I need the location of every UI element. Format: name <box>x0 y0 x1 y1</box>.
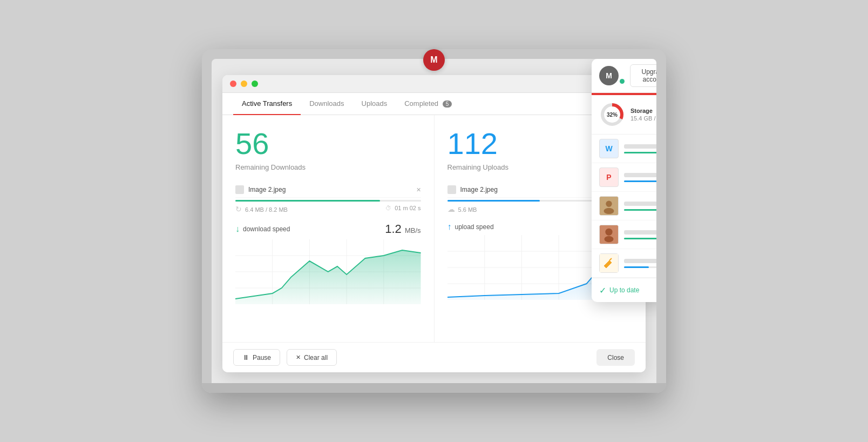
upload-size: ☁ 5.6 MB <box>447 205 477 213</box>
download-time: ⏱ 01 m 02 s <box>385 205 421 213</box>
maximize-button[interactable] <box>252 81 258 87</box>
completed-badge: 5 <box>443 101 452 108</box>
file-name-bar <box>624 230 656 235</box>
file-name-bar <box>624 202 656 206</box>
file-thumb-p: P <box>599 168 619 187</box>
speed-unit: MB/s <box>405 226 421 235</box>
tab-downloads[interactable]: Downloads <box>301 93 352 115</box>
downloads-label: Remaining Downloads <box>235 163 421 171</box>
online-status-dot <box>620 79 625 84</box>
file-content-5 <box>624 259 656 268</box>
list-item: ↑ <box>592 249 656 278</box>
file-name-bar <box>624 259 656 263</box>
file-content-4 <box>624 230 656 239</box>
user-avatar: M <box>599 66 619 85</box>
mega-header: M Upgrade account 📁 ↑ ↓ ⋮ <box>592 59 656 93</box>
file-progress-bar <box>624 238 656 239</box>
file-progress-fill <box>624 238 656 239</box>
close-popup-button[interactable]: Close <box>596 349 635 366</box>
storage-section: 32% Storage 15.4 GB / 50 GB 32% <box>592 95 656 135</box>
file-name-bar <box>624 173 656 177</box>
download-speed-value: 1.2 MB/s <box>385 222 421 236</box>
upgrade-button[interactable]: Upgrade account <box>630 64 656 87</box>
svg-point-20 <box>604 208 614 214</box>
file-progress-fill <box>624 180 656 182</box>
file-thumb-w: W <box>599 139 619 158</box>
downloads-panel: 56 Remaining Downloads Image 2.jpeg ✕ ↻ … <box>222 115 435 342</box>
file-progress-fill <box>624 209 656 211</box>
content-area: 56 Remaining Downloads Image 2.jpeg ✕ ↻ … <box>222 115 646 342</box>
upload-progress-fill <box>447 200 540 202</box>
download-file-meta: ↻ 6.4 MB / 8.2 MB ⏱ 01 m 02 s <box>235 205 421 213</box>
upload-file-icon <box>447 185 456 194</box>
title-bar <box>222 75 646 93</box>
download-chart <box>235 239 421 304</box>
mega-footer: ✓ Up to date ↑ 5/12 ↓ 6/21 ⏸ <box>592 278 656 302</box>
bottom-bar: ⏸ Pause ✕ Clear all Close <box>222 342 646 372</box>
list-item: W ↓ 00: <box>592 135 656 163</box>
close-file-button[interactable]: ✕ <box>416 186 421 193</box>
tab-completed[interactable]: Completed 5 <box>396 93 460 115</box>
download-speed-label: ↓ download speed <box>235 224 290 234</box>
list-item: ↓ <box>592 192 656 220</box>
storage-info: Storage 15.4 GB / 50 GB <box>630 108 656 122</box>
file-thumb-photo2 <box>599 225 619 244</box>
checkmark-icon: ✓ <box>599 285 606 296</box>
download-size: ↻ 6.4 MB / 8.2 MB <box>235 205 288 213</box>
clear-all-button[interactable]: ✕ Clear all <box>287 349 337 366</box>
file-thumb-photo1 <box>599 196 619 216</box>
mega-initial: M <box>430 55 437 65</box>
list-item: P ↑ 00: <box>592 163 656 192</box>
storage-item: 32% Storage 15.4 GB / 50 GB <box>599 102 656 128</box>
laptop-screen: Active Transfers Downloads Uploads Compl… <box>212 59 656 383</box>
file-content-1 <box>624 144 656 153</box>
file-progress-bar <box>624 209 656 211</box>
tab-active-transfers[interactable]: Active Transfers <box>233 93 301 115</box>
upload-speed-label: ↑ upload speed <box>447 222 494 232</box>
downloads-count: 56 <box>235 126 421 161</box>
pause-button[interactable]: ⏸ Pause <box>233 349 280 366</box>
file-thumb-doc <box>599 253 619 273</box>
storage-percent: 32% <box>607 112 618 118</box>
up-to-date-status: ✓ Up to date <box>599 285 656 296</box>
laptop-outer: M Active Transfers Downloads Uploads <box>202 49 666 393</box>
download-file-name: Image 2.jpeg <box>248 186 412 193</box>
svg-point-19 <box>606 201 612 207</box>
download-speed-section: ↓ download speed 1.2 MB/s <box>235 222 421 304</box>
close-button[interactable] <box>230 81 236 87</box>
main-window: Active Transfers Downloads Uploads Compl… <box>222 75 646 372</box>
download-file-row: Image 2.jpeg ✕ <box>235 182 421 198</box>
list-item: ↓ <box>592 220 656 249</box>
file-progress-bar <box>624 180 656 182</box>
svg-point-23 <box>605 236 614 242</box>
mega-popup: M Upgrade account 📁 ↑ ↓ ⋮ <box>592 59 656 302</box>
tab-uploads[interactable]: Uploads <box>353 93 396 115</box>
pause-icon: ⏸ <box>242 353 249 361</box>
storage-donut: 32% <box>599 102 625 128</box>
laptop-base <box>202 383 666 393</box>
file-progress-fill <box>624 266 649 268</box>
minimize-button[interactable] <box>241 81 247 87</box>
file-name-bar <box>624 144 656 149</box>
file-progress-bar <box>624 266 656 268</box>
file-progress-fill <box>624 152 656 153</box>
file-content-2 <box>624 173 656 182</box>
mega-top-icon: M <box>423 49 445 71</box>
download-progress-fill <box>235 200 380 202</box>
svg-point-22 <box>605 229 612 236</box>
file-progress-bar <box>624 152 656 153</box>
download-progress-bar <box>235 200 421 202</box>
file-list: W ↓ 00: P <box>592 135 656 278</box>
clear-icon: ✕ <box>296 354 301 361</box>
tabs-bar: Active Transfers Downloads Uploads Compl… <box>222 93 646 115</box>
file-content-3 <box>624 202 656 211</box>
file-icon <box>235 185 244 194</box>
